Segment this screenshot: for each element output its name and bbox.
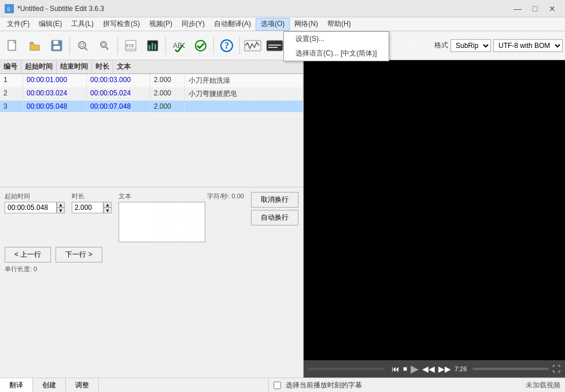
maximize-button[interactable]: □ — [527, 3, 543, 14]
text-label: 文本 — [119, 192, 131, 201]
cell-num: 1 — [0, 74, 23, 87]
dropdown-language[interactable]: 选择语言(C)... [中文(简体)] — [284, 46, 389, 61]
col-header-start: 起始时间 — [21, 60, 57, 73]
duration-down[interactable]: ▼ — [104, 208, 112, 213]
duration-group: 时长 ▲ ▼ — [72, 192, 112, 213]
dropdown-settings[interactable]: 设置(S)... — [284, 32, 389, 46]
svg-text:+: + — [106, 47, 108, 51]
fix-button[interactable]: FIX — [120, 35, 141, 56]
col-header-end: 结束时间 — [57, 60, 92, 73]
cell-end: 00:00:05.024 — [87, 87, 150, 101]
start-time-label: 起始时间 — [5, 192, 65, 201]
close-button[interactable]: ✕ — [544, 3, 560, 14]
cell-start: 00:00:05.048 — [23, 101, 87, 112]
video-area[interactable] — [304, 60, 565, 360]
start-time-group: 起始时间 ▲ ▼ — [5, 192, 65, 213]
titlebar-controls: — □ ✕ — [509, 3, 560, 14]
open-button[interactable] — [24, 35, 45, 56]
minimize-button[interactable]: — — [509, 3, 526, 14]
find-replace-button[interactable]: + — [94, 35, 115, 56]
col-header-dur: 时长 — [92, 60, 113, 73]
menu-spellcheck[interactable]: 拼写检查(S) — [98, 18, 145, 31]
start-time-up[interactable]: ▲ — [57, 202, 65, 208]
cell-num: 3 — [0, 101, 23, 112]
duration-label: 时长 — [72, 192, 112, 201]
options-dropdown: 设置(S)... 选择语言(C)... [中文(简体)] — [283, 31, 389, 61]
start-time-input[interactable] — [5, 202, 57, 213]
right-panel: ⏮ ■ ▶ ◀◀ ▶▶ 7:26 ⛶ — [304, 60, 565, 378]
start-time-spinner: ▲ ▼ — [57, 202, 65, 213]
new-button[interactable] — [2, 35, 23, 56]
tab-create[interactable]: 创建 — [33, 378, 66, 392]
svg-rect-27 — [152, 14, 566, 393]
window-title: *Untitled - Subtitle Edit 3.6.3 — [17, 5, 104, 13]
next-row-button[interactable]: 下一行 > — [56, 247, 102, 262]
cell-num: 2 — [0, 87, 23, 101]
save-button[interactable] — [46, 35, 67, 56]
svg-line-9 — [84, 47, 87, 50]
titlebar-left: S *Untitled - Subtitle Edit 3.6.3 — [5, 4, 104, 13]
svg-point-8 — [80, 43, 84, 47]
menu-edit[interactable]: 编辑(E) — [34, 18, 67, 31]
cell-end: 00:00:03.000 — [87, 74, 150, 87]
menu-file[interactable]: 文件(F) — [2, 18, 34, 31]
duration-up[interactable]: ▲ — [104, 202, 112, 208]
tab-translation[interactable]: 翻译 — [0, 378, 33, 392]
col-header-num: 编号 — [0, 60, 21, 73]
prev-row-button[interactable]: < 上一行 — [5, 247, 51, 262]
app-icon: S — [5, 4, 14, 13]
tab-adjust[interactable]: 调整 — [66, 378, 99, 392]
svg-text:FIX: FIX — [126, 43, 134, 49]
svg-rect-6 — [53, 46, 60, 50]
svg-point-11 — [102, 43, 105, 46]
main-content: 编号 起始时间 结束时间 时长 文本 1 00:00:01.000 00:00:… — [0, 60, 565, 378]
find-button[interactable] — [72, 35, 93, 56]
duration-spinner: ▲ ▼ — [104, 202, 112, 213]
cell-start: 00:00:01.000 — [23, 74, 87, 87]
svg-text:S: S — [7, 6, 10, 12]
cell-end: 00:00:07.048 — [87, 101, 150, 112]
start-time-down[interactable]: ▼ — [57, 208, 65, 213]
cell-start: 00:00:03.024 — [23, 87, 87, 101]
svg-rect-18 — [149, 45, 150, 50]
toolbar-sep-2 — [117, 37, 118, 54]
svg-rect-5 — [53, 40, 58, 45]
menu-tools[interactable]: 工具(L) — [67, 18, 98, 31]
toolbar-sep-1 — [69, 37, 70, 54]
duration-input[interactable] — [72, 202, 104, 213]
